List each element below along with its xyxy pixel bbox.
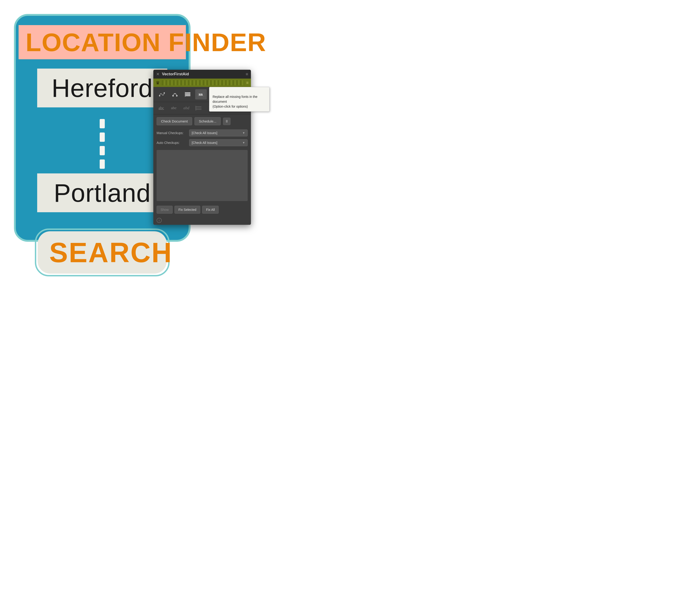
paths-tool-icon[interactable] [156, 89, 168, 100]
svg-point-2 [173, 95, 174, 97]
vectorfirstaid-panel: ✕ VectorFirstAid ≡ ♛ ≡ [153, 70, 251, 225]
auto-checkups-select[interactable]: [Check All Issues] ▼ [189, 139, 248, 146]
svg-rect-6 [186, 95, 190, 96]
dot-2 [100, 132, 105, 142]
manual-checkups-label: Manual Checkups: [157, 131, 187, 135]
panel-title: VectorFirstAid [162, 72, 246, 76]
bottom-buttons-row: Show Fix Selected Fix All [153, 203, 251, 216]
schedule-button[interactable]: Schedule... [194, 117, 221, 125]
align-svg-icon [185, 91, 191, 98]
auto-checkups-value: [Check All Issues] [192, 141, 218, 145]
panel-crown-bar: ♛ ≡ [153, 78, 251, 87]
panel-titlebar: ✕ VectorFirstAid ≡ [153, 70, 251, 78]
check-document-row: Check Document Schedule... ⏸ [153, 114, 251, 128]
anchors-tool-icon[interactable] [169, 89, 181, 100]
svg-point-0 [159, 95, 160, 96]
auto-checkups-row: Auto Checkups: [Check All Issues] ▼ [153, 138, 251, 148]
dots-connector [100, 119, 105, 169]
info-icon[interactable]: i [157, 218, 162, 223]
manual-checkups-select[interactable]: [Check All Issues] ▼ [189, 130, 248, 136]
check-document-button[interactable]: Check Document [157, 117, 192, 125]
city-box-portland: Portland [37, 173, 167, 212]
icon-toolbar-row1: R R Replace all missing fonts in the doc… [153, 87, 251, 102]
fix-selected-button[interactable]: Fix Selected [175, 206, 200, 214]
dot-3 [100, 146, 105, 155]
location-title: LOCATION FINDER [26, 27, 179, 57]
svg-point-1 [164, 92, 165, 93]
svg-rect-4 [186, 92, 190, 93]
info-bar: i [153, 216, 251, 225]
info-icon-label: i [159, 219, 160, 222]
crown-bar-pattern [162, 80, 244, 85]
crown-icon: ♛ [155, 80, 160, 86]
tooltip-text: Replace all missing fonts in the documen… [212, 95, 257, 108]
fix-all-button[interactable]: Fix All [202, 206, 219, 214]
svg-text:R: R [201, 93, 203, 96]
city-box-hereford: Hereford [37, 69, 167, 107]
show-button[interactable]: Show [157, 206, 173, 214]
results-area [157, 150, 248, 201]
dot-4 [100, 160, 105, 169]
lines1-svg [195, 105, 203, 111]
manual-checkups-value: [Check All Issues] [192, 131, 218, 135]
panel-close-button[interactable]: ✕ [156, 72, 160, 77]
svg-point-3 [176, 95, 178, 97]
dot-1 [100, 119, 105, 128]
pause-button[interactable]: ⏸ [223, 118, 231, 125]
search-box-inner: SEARCH [38, 231, 167, 274]
search-label: SEARCH [49, 236, 155, 268]
align-tool-icon[interactable] [182, 89, 194, 100]
text-abc1-icon[interactable]: abc [156, 104, 166, 112]
city-hereford: Hereford [46, 73, 158, 103]
lines1-icon[interactable] [194, 104, 204, 112]
auto-checkups-label: Auto Checkups: [157, 141, 187, 145]
replace-fonts-tool-icon[interactable]: R R Replace all missing fonts in the doc… [195, 89, 207, 100]
title-background: LOCATION FINDER [19, 25, 186, 59]
text-abc2-icon[interactable]: abc [169, 104, 179, 112]
anchors-svg-icon [172, 91, 178, 98]
panel-menu-button[interactable]: ≡ [246, 72, 248, 77]
pause-icon: ⏸ [225, 119, 228, 123]
manual-checkups-row: Manual Checkups: [Check All Issues] ▼ [153, 128, 251, 138]
svg-rect-5 [186, 94, 190, 94]
manual-checkups-arrow-icon: ▼ [242, 131, 245, 135]
city-portland: Portland [46, 178, 158, 208]
replace-fonts-tooltip: Replace all missing fonts in the documen… [209, 87, 269, 112]
auto-checkups-arrow-icon: ▼ [242, 141, 245, 144]
paths-svg-icon [159, 91, 165, 98]
search-box-outer[interactable]: SEARCH [35, 229, 169, 276]
replace-fonts-svg-icon: R R [198, 91, 204, 98]
text-abc3-icon[interactable]: abd [181, 104, 191, 112]
crown-bar-menu-button[interactable]: ≡ [246, 80, 249, 85]
